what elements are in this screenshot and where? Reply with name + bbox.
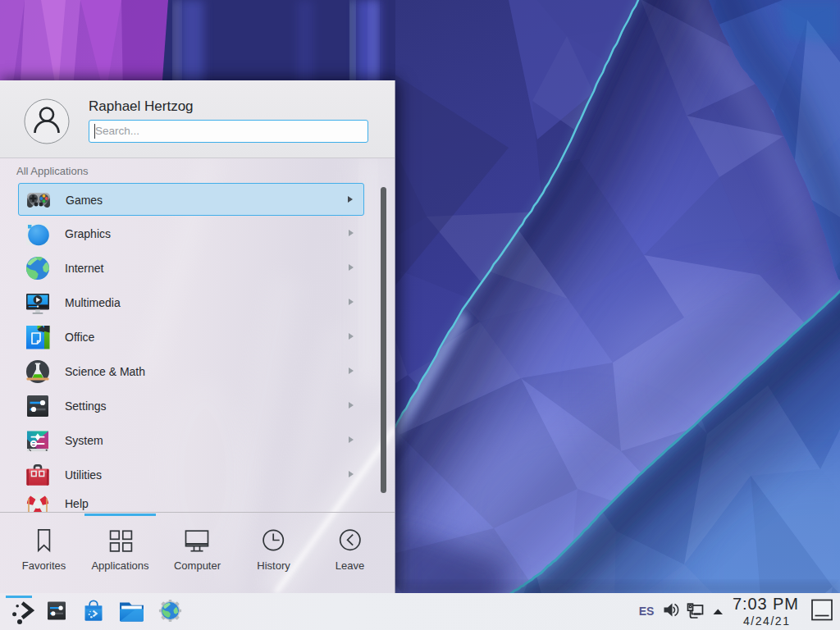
svg-text:7:03 PM: 7:03 PM: [733, 595, 798, 613]
svg-text:4/24/21: 4/24/21: [743, 614, 789, 628]
svg-text:ES: ES: [639, 605, 655, 618]
